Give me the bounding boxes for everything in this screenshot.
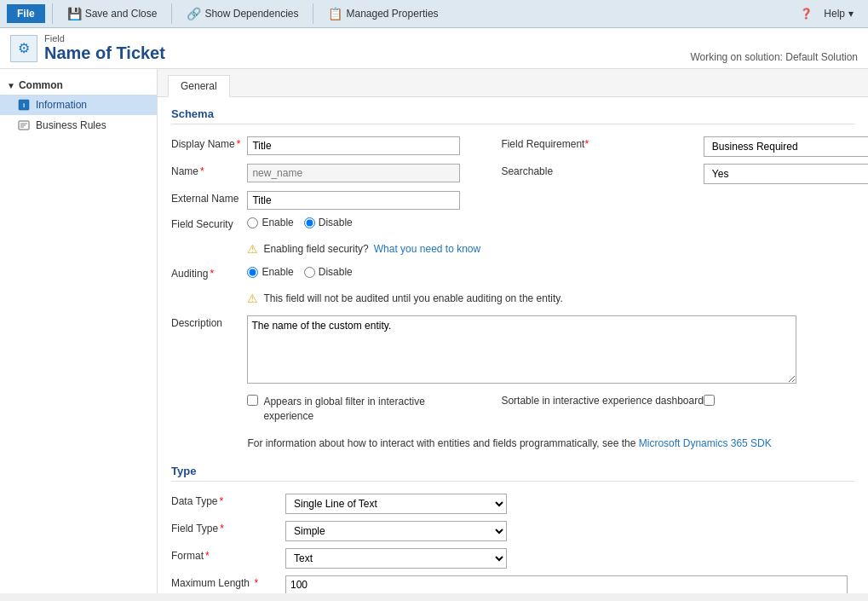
field-security-warning: ⚠ Enabling field security? What you need…	[247, 239, 868, 259]
name-input[interactable]	[247, 164, 460, 182]
auditing-enable-option[interactable]: Enable	[247, 266, 293, 278]
info-text: For information about how to interact wi…	[247, 432, 868, 454]
field-requirement-label: Field Requirement*	[467, 133, 703, 160]
show-dependencies-button[interactable]: 🔗 Show Dependencies	[179, 3, 306, 24]
sidebar-section-common[interactable]: ▼ Common	[0, 76, 157, 95]
auditing-warning-row: ⚠ This field will not be audited until y…	[171, 285, 868, 312]
page-title: Name of Ticket	[44, 43, 165, 63]
save-close-label: Save and Close	[85, 8, 158, 20]
data-type-row: Data Type* Single Line of Text Whole Num…	[171, 490, 854, 517]
field-security-disable-option[interactable]: Disable	[304, 217, 353, 228]
external-name-input[interactable]	[247, 191, 460, 210]
sidebar-item-business-rules[interactable]: Business Rules	[0, 115, 157, 136]
header-left: ⚙ Field Name of Ticket	[10, 33, 165, 63]
dependencies-icon: 🔗	[187, 7, 201, 20]
external-name-label: External Name	[171, 188, 247, 213]
business-rules-icon	[17, 118, 31, 132]
appears-in-filter-cell: Appears in global filter in interactive …	[247, 395, 467, 424]
auditing-warning: ⚠ This field will not be audited until y…	[247, 288, 868, 309]
header-subtitle: Field	[44, 33, 165, 43]
auditing-disable-label: Disable	[319, 266, 353, 278]
information-icon: i	[17, 98, 31, 112]
max-length-input[interactable]	[285, 575, 848, 593]
auditing-row: Auditing* Enable Disable	[171, 263, 868, 285]
help-icon: ❓	[800, 8, 813, 20]
auditing-label: Auditing*	[171, 263, 247, 285]
help-button[interactable]: Help ▾	[816, 4, 861, 23]
sidebar-item-information-label: Information	[36, 99, 87, 111]
filter-sortable-row: Appears in global filter in interactive …	[171, 390, 868, 429]
header-title-group: Field Name of Ticket	[44, 33, 165, 63]
field-security-label: Field Security	[171, 213, 247, 235]
warning-icon-2: ⚠	[247, 292, 258, 305]
form-area: Schema Display Name* Field Requirement*	[158, 97, 868, 593]
auditing-enable-radio[interactable]	[247, 267, 258, 278]
max-length-row: Maximum Length *	[171, 572, 854, 593]
file-button[interactable]: File	[7, 4, 45, 23]
managed-properties-button[interactable]: 📋 Managed Properties	[320, 3, 445, 24]
description-row: Description The name of the custom entit…	[171, 312, 868, 390]
field-security-enable-radio[interactable]	[247, 217, 258, 228]
show-dependencies-label: Show Dependencies	[204, 8, 298, 20]
content-area: General Schema Display Name* Field Requi…	[158, 69, 868, 593]
help-chevron-icon: ▾	[848, 8, 854, 20]
field-security-row: Field Security Enable Disable	[171, 213, 868, 235]
field-requirement-select[interactable]: Business Required Optional System Requir…	[704, 136, 868, 157]
data-type-select[interactable]: Single Line of Text Whole Number Decimal…	[285, 494, 507, 514]
info-text-row: For information about how to interact wi…	[171, 429, 868, 458]
sidebar-item-information[interactable]: i Information	[0, 95, 157, 115]
description-label: Description	[171, 312, 247, 390]
external-name-row: External Name	[171, 188, 868, 213]
type-section-title: Type	[171, 465, 854, 482]
toolbar-right: ❓ Help ▾	[800, 4, 861, 23]
toolbar-separator-3	[313, 3, 313, 24]
managed-props-icon: 📋	[328, 7, 342, 20]
field-security-enable-option[interactable]: Enable	[247, 217, 293, 228]
display-name-input[interactable]	[247, 136, 460, 155]
save-icon: 💾	[67, 7, 82, 20]
name-row: Name* Searchable Yes No	[171, 160, 868, 188]
field-security-disable-radio[interactable]	[304, 217, 315, 228]
description-textarea[interactable]: The name of the custom entity.	[247, 315, 796, 384]
searchable-select[interactable]: Yes No	[704, 164, 868, 184]
name-label: Name*	[171, 160, 247, 188]
tab-bar: General	[158, 69, 868, 97]
save-close-button[interactable]: 💾 Save and Close	[60, 3, 165, 24]
toolbar-separator-2	[171, 3, 172, 24]
main-layout: ▼ Common i Information Business Rules Ge…	[0, 69, 868, 593]
auditing-disable-option[interactable]: Disable	[304, 266, 353, 278]
format-row: Format* Text Email URL Ticker Symbol Pho…	[171, 545, 854, 572]
schema-table: Display Name* Field Requirement* Busines…	[171, 133, 868, 458]
tab-general[interactable]: General	[168, 75, 230, 97]
toolbar: File 💾 Save and Close 🔗 Show Dependencie…	[0, 0, 868, 28]
display-name-label: Display Name*	[171, 133, 247, 160]
warning-icon-1: ⚠	[247, 242, 258, 256]
type-table: Data Type* Single Line of Text Whole Num…	[171, 490, 854, 593]
svg-text:i: i	[23, 101, 25, 109]
format-select[interactable]: Text Email URL Ticker Symbol Phone	[285, 548, 507, 569]
appears-in-filter-label: Appears in global filter in interactive …	[263, 395, 467, 424]
display-name-row: Display Name* Field Requirement* Busines…	[171, 133, 868, 160]
type-section: Type Data Type* Single Line of Text Whol…	[171, 465, 854, 593]
sdk-link[interactable]: Microsoft Dynamics 365 SDK	[639, 437, 772, 449]
field-security-disable-label: Disable	[319, 217, 353, 228]
page-header: ⚙ Field Name of Ticket Working on soluti…	[0, 28, 868, 69]
sidebar-section-label: Common	[19, 79, 63, 91]
sidebar: ▼ Common i Information Business Rules	[0, 69, 158, 593]
field-security-enable-label: Enable	[262, 217, 293, 228]
sortable-label: Sortable in interactive experience dashb…	[501, 395, 703, 407]
searchable-label: Searchable	[467, 160, 703, 188]
field-security-link[interactable]: What you need to know	[374, 243, 480, 255]
toolbar-separator-1	[52, 3, 53, 24]
field-icon: ⚙	[10, 35, 37, 62]
field-type-select[interactable]: Simple Calculated Rollup	[285, 521, 507, 541]
auditing-disable-radio[interactable]	[304, 267, 315, 278]
auditing-enable-label: Enable	[262, 266, 293, 278]
managed-properties-label: Managed Properties	[346, 8, 438, 20]
auditing-radio-group: Enable Disable	[247, 266, 460, 278]
sortable-checkbox[interactable]	[704, 395, 715, 406]
field-type-row: Field Type* Simple Calculated Rollup	[171, 517, 854, 545]
chevron-down-icon: ▼	[7, 81, 15, 90]
schema-section-title: Schema	[171, 107, 854, 124]
appears-in-filter-checkbox[interactable]	[247, 395, 258, 406]
